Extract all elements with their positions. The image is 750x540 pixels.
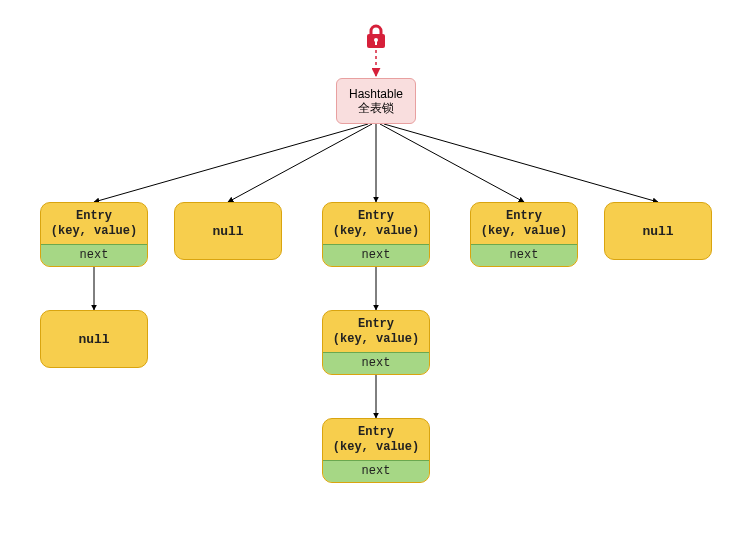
svg-line-1 <box>94 124 368 202</box>
entry-label: Entry (key, value) <box>323 419 429 460</box>
diagram-canvas: Hashtable 全表锁 Entry (key, value) next nu… <box>0 0 750 540</box>
hashtable-subtitle: 全表锁 <box>358 101 394 115</box>
bucket-4-null: null <box>604 202 712 260</box>
hashtable-title: Hashtable <box>349 87 403 101</box>
svg-line-4 <box>380 124 524 202</box>
bucket-1-null: null <box>174 202 282 260</box>
bucket-0-entry: Entry (key, value) next <box>40 202 148 267</box>
entry-next: next <box>323 352 429 374</box>
lock-icon <box>364 24 388 55</box>
entry-label: Entry (key, value) <box>323 203 429 244</box>
entry-label: Entry (key, value) <box>41 203 147 244</box>
bucket-2-entry-2: Entry (key, value) next <box>322 418 430 483</box>
entry-next: next <box>323 244 429 266</box>
svg-line-5 <box>384 124 658 202</box>
hashtable-root: Hashtable 全表锁 <box>336 78 416 124</box>
bucket-3-entry: Entry (key, value) next <box>470 202 578 267</box>
entry-next: next <box>323 460 429 482</box>
bucket-0-next-null: null <box>40 310 148 368</box>
svg-rect-11 <box>375 40 377 45</box>
entry-label: Entry (key, value) <box>471 203 577 244</box>
entry-next: next <box>471 244 577 266</box>
svg-line-2 <box>228 124 372 202</box>
bucket-2-entry-0: Entry (key, value) next <box>322 202 430 267</box>
bucket-2-entry-1: Entry (key, value) next <box>322 310 430 375</box>
entry-next: next <box>41 244 147 266</box>
entry-label: Entry (key, value) <box>323 311 429 352</box>
